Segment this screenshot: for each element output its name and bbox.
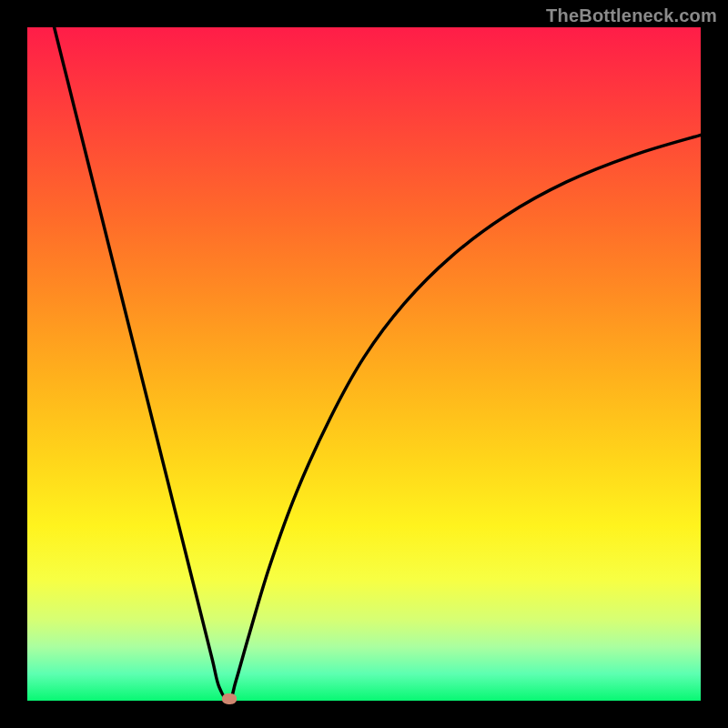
chart-container: TheBottleneck.com: [0, 0, 728, 728]
watermark-text: TheBottleneck.com: [546, 5, 717, 26]
bottleneck-curve: [27, 27, 701, 701]
optimum-marker: [222, 693, 237, 704]
plot-area: [27, 27, 701, 701]
